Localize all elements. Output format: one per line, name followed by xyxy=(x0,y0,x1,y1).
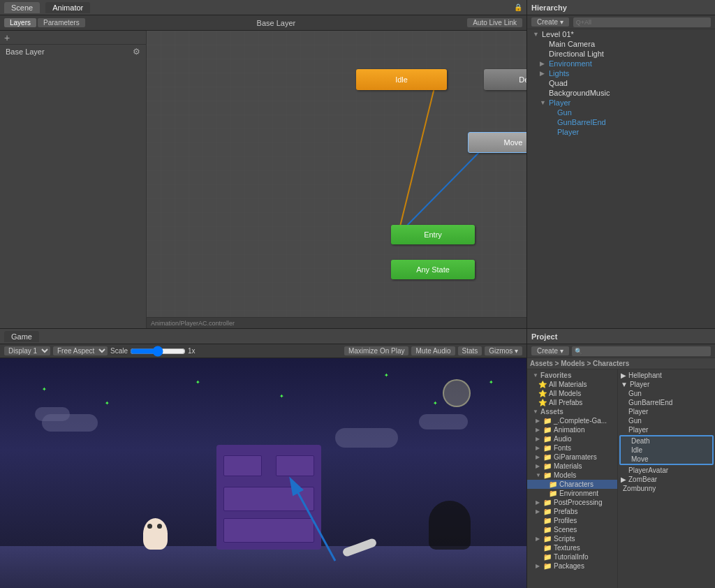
project-panel: Project Create ▾ Assets > Models > Chara… xyxy=(527,329,715,588)
cloud-2 xyxy=(35,407,70,421)
asset-models[interactable]: ▼ 📁 Models xyxy=(527,471,617,480)
tree-item-gun[interactable]: Gun xyxy=(527,108,715,117)
cloud-3 xyxy=(335,428,398,448)
asset-packages[interactable]: ▶ 📁 Packages xyxy=(527,561,617,571)
svg-line-0 xyxy=(398,80,436,235)
tree-item-maincamera[interactable]: Main Camera xyxy=(527,39,715,49)
fav-all-materials[interactable]: ⭐ All Materials xyxy=(527,380,617,389)
asset-animation[interactable]: ▶ 📁 Animation xyxy=(527,425,617,434)
display-select[interactable]: Display 1 xyxy=(4,346,50,355)
asset-environment[interactable]: 📁 Environment xyxy=(527,489,617,498)
project-title: Project xyxy=(531,332,557,341)
star-7: ✦ xyxy=(489,379,494,385)
animator-canvas[interactable]: Idle Death Move Entry Any State Animatio… xyxy=(147,31,526,328)
star-3: ✦ xyxy=(196,379,200,385)
asset-tutorialinfo[interactable]: 📁 TutorialInfo xyxy=(527,552,617,561)
hierarchy-tree: ▼ Level 01* Main Camera Directional Ligh… xyxy=(527,29,715,328)
dresser-object xyxy=(216,445,321,550)
scale-label: Scale xyxy=(110,347,128,355)
hierarchy-create-btn[interactable]: Create ▾ xyxy=(531,17,569,27)
asset-textures[interactable]: 📁 Textures xyxy=(527,543,617,552)
highlighted-group: Death Idle Move xyxy=(619,435,714,465)
project-create-btn[interactable]: Create ▾ xyxy=(531,346,569,355)
footer-path: Animation/PlayerAC.controller xyxy=(151,320,235,327)
move-state[interactable]: Move xyxy=(468,132,526,153)
scale-slider[interactable] xyxy=(130,346,186,357)
asset-audio[interactable]: ▶ 📁 Audio xyxy=(527,434,617,443)
entry-state[interactable]: Entry xyxy=(391,225,475,244)
asset-scenes[interactable]: 📁 Scenes xyxy=(527,525,617,534)
tree-item-player-child[interactable]: Player xyxy=(527,127,715,137)
project-left-tree: ▼ Favorites ⭐ All Materials ⭐ All Models… xyxy=(527,369,618,588)
right-gun[interactable]: Gun xyxy=(618,389,715,398)
asset-materials[interactable]: ▶ 📁 Materials xyxy=(527,462,617,471)
fav-all-prefabs[interactable]: ⭐ All Prefabs xyxy=(527,398,617,407)
sidebar-header: + xyxy=(0,31,146,45)
right-player[interactable]: ▼ Player xyxy=(618,380,715,389)
project-toolbar: Create ▾ xyxy=(527,344,715,358)
tree-item-bgmusic[interactable]: BackgroundMusic xyxy=(527,88,715,98)
tree-item-quad[interactable]: Quad xyxy=(527,78,715,88)
svg-line-1 xyxy=(398,142,489,235)
layers-tab[interactable]: Layers xyxy=(4,18,36,27)
right-player-child[interactable]: Player xyxy=(618,407,715,416)
fav-all-models[interactable]: ⭐ All Models xyxy=(527,389,617,398)
hierarchy-title: Hierarchy xyxy=(531,3,567,12)
anystate-state[interactable]: Any State xyxy=(391,260,475,279)
asset-profiles[interactable]: 📁 Profiles xyxy=(527,516,617,525)
tree-item-level01[interactable]: ▼ Level 01* xyxy=(527,29,715,39)
project-right-header: Assets > Models > Characters xyxy=(527,358,715,369)
project-search[interactable] xyxy=(572,346,711,356)
game-ground xyxy=(0,546,526,588)
game-panel: Game Display 1 Free Aspect Scale 1x Maxi… xyxy=(0,329,527,588)
animator-tab[interactable]: Animator xyxy=(45,2,90,13)
cloud-4 xyxy=(419,414,468,429)
death-state[interactable]: Death xyxy=(484,69,526,90)
right-playeravatar[interactable]: PlayerAvatar xyxy=(618,466,715,475)
right-player2[interactable]: Player xyxy=(618,425,715,434)
star-6: ✦ xyxy=(433,400,438,406)
right-idle[interactable]: Idle xyxy=(621,446,712,455)
aspect-select[interactable]: Free Aspect xyxy=(53,346,108,355)
tree-item-dirlight[interactable]: Directional Light xyxy=(527,49,715,59)
tree-item-environment[interactable]: ▶ Environment xyxy=(527,59,715,68)
asset-completega[interactable]: ▶ 📁 _.Complete-Ga... xyxy=(527,416,617,425)
parameters-tab[interactable]: Parameters xyxy=(38,18,85,27)
scale-value: 1x xyxy=(188,347,196,355)
tree-item-lights[interactable]: ▶ Lights xyxy=(527,68,715,78)
scene-tab[interactable]: Scene xyxy=(4,2,40,13)
animator-titlebar: Scene Animator 🔒 xyxy=(0,0,526,15)
right-gun2[interactable]: Gun xyxy=(618,416,715,425)
right-move[interactable]: Move xyxy=(621,455,712,464)
right-gunbarrelend[interactable]: GunBarrelEnd xyxy=(618,398,715,407)
tree-item-gunbarrelend[interactable]: GunBarrelEnd xyxy=(527,117,715,127)
right-hellephant[interactable]: ▶ Hellephant xyxy=(618,371,715,380)
arrows-svg xyxy=(147,31,526,328)
animator-panel: Scene Animator 🔒 Layers Parameters Base … xyxy=(0,0,527,328)
asset-postprocessing[interactable]: ▶ 📁 PostProcessing xyxy=(527,498,617,507)
moon xyxy=(443,379,471,407)
right-death[interactable]: Death xyxy=(621,436,712,446)
star-4: ✦ xyxy=(279,393,284,399)
game-tab[interactable]: Game xyxy=(4,331,39,342)
right-zombear[interactable]: ▶ ZomBear xyxy=(618,475,715,484)
stats-btn[interactable]: Stats xyxy=(458,346,482,355)
maximize-btn[interactable]: Maximize On Play xyxy=(344,346,409,355)
asset-scripts[interactable]: ▶ 📁 Scripts xyxy=(527,534,617,543)
animator-footer: Animation/PlayerAC.controller xyxy=(147,317,526,328)
asset-giparamaters[interactable]: ▶ 📁 GiParamaters xyxy=(527,453,617,462)
layer-gear-icon[interactable]: ⚙ xyxy=(133,47,140,57)
idle-state[interactable]: Idle xyxy=(356,69,447,90)
mute-btn[interactable]: Mute Audio xyxy=(411,346,455,355)
asset-prefabs[interactable]: ▶ 📁 Prefabs xyxy=(527,507,617,516)
base-layer-item[interactable]: Base Layer ⚙ xyxy=(0,45,146,59)
tree-item-player[interactable]: ▼ Player xyxy=(527,98,715,108)
asset-characters[interactable]: 📁 Characters xyxy=(527,480,617,489)
right-zombunny[interactable]: Zombunny xyxy=(618,484,715,493)
gizmos-btn[interactable]: Gizmos ▾ xyxy=(485,346,522,355)
hierarchy-search[interactable] xyxy=(573,17,711,27)
asset-fonts[interactable]: ▶ 📁 Fonts xyxy=(527,443,617,453)
auto-link-btn[interactable]: Auto Live Link xyxy=(467,18,522,27)
add-layer-btn[interactable]: + xyxy=(4,32,10,43)
assets-section: ▼ Assets xyxy=(527,407,617,416)
